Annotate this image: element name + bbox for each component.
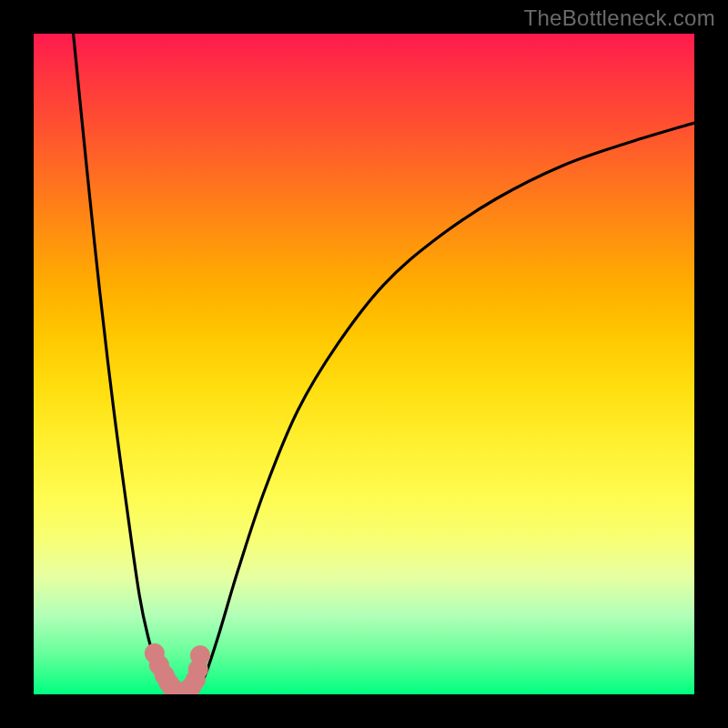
chart-frame: TheBottleneck.com	[0, 0, 728, 728]
chart-overlay	[34, 34, 694, 694]
chart-line-right-curve	[196, 123, 694, 694]
watermark-text: TheBottleneck.com	[523, 5, 715, 31]
chart-marker	[190, 645, 210, 665]
chart-line-left-curve	[74, 34, 171, 694]
plot-area	[34, 34, 694, 694]
